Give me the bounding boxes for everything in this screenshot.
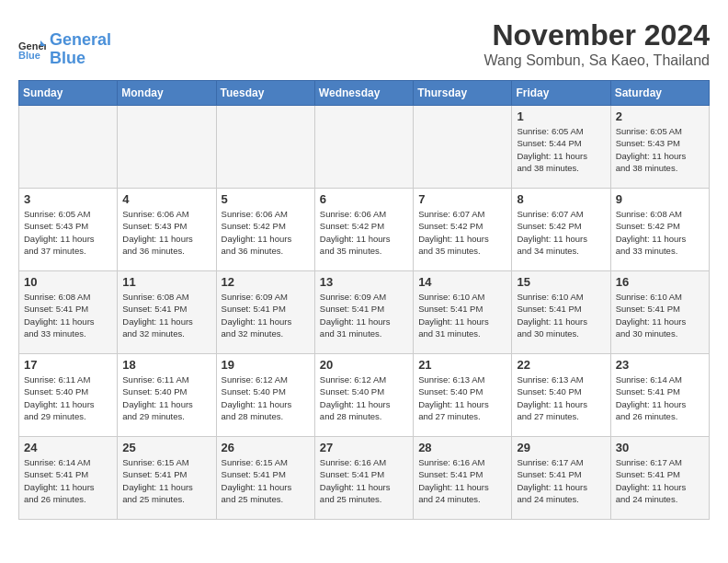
day-number: 4 [122,192,210,206]
day-info: Sunrise: 6:07 AM Sunset: 5:42 PM Dayligh… [517,208,605,257]
day-number: 29 [517,441,605,454]
day-info: Sunrise: 6:09 AM Sunset: 5:41 PM Dayligh… [222,291,310,339]
day-cell: 6Sunrise: 6:06 AM Sunset: 5:42 PM Daylig… [314,189,413,271]
day-info: Sunrise: 6:14 AM Sunset: 5:41 PM Dayligh… [24,456,112,505]
day-info: Sunrise: 6:07 AM Sunset: 5:42 PM Dayligh… [418,208,506,257]
day-cell: 10Sunrise: 6:08 AM Sunset: 5:41 PM Dayli… [19,271,118,354]
day-number: 30 [616,441,704,454]
day-info: Sunrise: 6:05 AM Sunset: 5:43 PM Dayligh… [24,208,112,257]
day-cell: 23Sunrise: 6:14 AM Sunset: 5:41 PM Dayli… [610,354,709,437]
day-number: 20 [320,358,408,372]
day-info: Sunrise: 6:16 AM Sunset: 5:41 PM Dayligh… [418,456,506,505]
day-cell: 18Sunrise: 6:11 AM Sunset: 5:40 PM Dayli… [118,354,216,437]
day-number: 10 [24,275,112,289]
calendar-table: SundayMondayTuesdayWednesdayThursdayFrid… [18,80,710,520]
day-cell [414,106,512,189]
day-number: 9 [616,192,704,206]
day-info: Sunrise: 6:10 AM Sunset: 5:41 PM Dayligh… [616,291,704,339]
day-number: 19 [222,358,310,372]
day-cell: 29Sunrise: 6:17 AM Sunset: 5:41 PM Dayli… [512,437,610,520]
day-info: Sunrise: 6:11 AM Sunset: 5:40 PM Dayligh… [24,373,112,422]
day-info: Sunrise: 6:06 AM Sunset: 5:42 PM Dayligh… [320,208,408,257]
logo-line2: Blue [50,49,85,67]
day-cell [216,106,314,189]
logo-icon: General Blue [18,39,46,61]
location-title: Wang Sombun, Sa Kaeo, Thailand [484,52,711,69]
week-row-2: 3Sunrise: 6:05 AM Sunset: 5:43 PM Daylig… [19,189,710,271]
day-cell: 24Sunrise: 6:14 AM Sunset: 5:41 PM Dayli… [19,437,118,520]
day-number: 7 [418,192,506,206]
logo-line1: General [50,30,111,49]
day-info: Sunrise: 6:17 AM Sunset: 5:41 PM Dayligh… [616,456,704,505]
day-cell: 22Sunrise: 6:13 AM Sunset: 5:40 PM Dayli… [512,354,610,437]
week-row-3: 10Sunrise: 6:08 AM Sunset: 5:41 PM Dayli… [19,271,710,354]
header-sunday: Sunday [19,81,118,106]
day-cell [19,106,118,189]
day-cell: 21Sunrise: 6:13 AM Sunset: 5:40 PM Dayli… [414,354,512,437]
logo-text: General Blue [50,31,111,68]
day-info: Sunrise: 6:12 AM Sunset: 5:40 PM Dayligh… [222,373,310,422]
day-cell: 2Sunrise: 6:05 AM Sunset: 5:43 PM Daylig… [610,106,709,189]
day-info: Sunrise: 6:10 AM Sunset: 5:41 PM Dayligh… [517,291,605,339]
day-cell: 7Sunrise: 6:07 AM Sunset: 5:42 PM Daylig… [414,189,512,271]
day-number: 23 [616,358,704,372]
day-info: Sunrise: 6:10 AM Sunset: 5:41 PM Dayligh… [418,291,506,339]
header-monday: Monday [118,81,216,106]
day-number: 17 [24,358,112,372]
day-cell: 19Sunrise: 6:12 AM Sunset: 5:40 PM Dayli… [216,354,314,437]
day-number: 6 [320,192,408,206]
day-number: 15 [517,275,605,289]
day-number: 5 [222,192,310,206]
header-wednesday: Wednesday [314,81,413,106]
day-info: Sunrise: 6:13 AM Sunset: 5:40 PM Dayligh… [418,373,506,422]
day-number: 8 [517,192,605,206]
day-cell [118,106,216,189]
day-number: 24 [24,441,112,454]
day-info: Sunrise: 6:09 AM Sunset: 5:41 PM Dayligh… [320,291,408,339]
day-cell: 14Sunrise: 6:10 AM Sunset: 5:41 PM Dayli… [414,271,512,354]
week-row-1: 1Sunrise: 6:05 AM Sunset: 5:44 PM Daylig… [19,106,710,189]
day-cell: 13Sunrise: 6:09 AM Sunset: 5:41 PM Dayli… [314,271,413,354]
day-info: Sunrise: 6:12 AM Sunset: 5:40 PM Dayligh… [320,373,408,422]
day-cell: 20Sunrise: 6:12 AM Sunset: 5:40 PM Dayli… [314,354,413,437]
day-info: Sunrise: 6:08 AM Sunset: 5:41 PM Dayligh… [122,291,210,339]
day-cell: 16Sunrise: 6:10 AM Sunset: 5:41 PM Dayli… [610,271,709,354]
header-saturday: Saturday [610,81,709,106]
day-cell [314,106,413,189]
day-info: Sunrise: 6:11 AM Sunset: 5:40 PM Dayligh… [122,373,210,422]
day-cell: 9Sunrise: 6:08 AM Sunset: 5:42 PM Daylig… [610,189,709,271]
day-number: 28 [418,441,506,454]
day-number: 1 [517,109,605,123]
title-section: November 2024 Wang Sombun, Sa Kaeo, Thai… [484,18,711,69]
day-cell: 15Sunrise: 6:10 AM Sunset: 5:41 PM Dayli… [512,271,610,354]
day-info: Sunrise: 6:08 AM Sunset: 5:42 PM Dayligh… [616,208,704,257]
day-cell: 3Sunrise: 6:05 AM Sunset: 5:43 PM Daylig… [19,189,118,271]
day-cell: 25Sunrise: 6:15 AM Sunset: 5:41 PM Dayli… [118,437,216,520]
day-cell: 11Sunrise: 6:08 AM Sunset: 5:41 PM Dayli… [118,271,216,354]
day-cell: 30Sunrise: 6:17 AM Sunset: 5:41 PM Dayli… [610,437,709,520]
calendar-body: 1Sunrise: 6:05 AM Sunset: 5:44 PM Daylig… [19,106,710,520]
day-number: 12 [222,275,310,289]
day-info: Sunrise: 6:15 AM Sunset: 5:41 PM Dayligh… [222,456,310,505]
day-number: 27 [320,441,408,454]
day-info: Sunrise: 6:06 AM Sunset: 5:43 PM Dayligh… [122,208,210,257]
day-number: 11 [122,275,210,289]
svg-text:Blue: Blue [18,50,40,61]
day-number: 22 [517,358,605,372]
day-cell: 26Sunrise: 6:15 AM Sunset: 5:41 PM Dayli… [216,437,314,520]
top-bar: General Blue General Blue November 2024 … [18,18,710,73]
day-cell: 4Sunrise: 6:06 AM Sunset: 5:43 PM Daylig… [118,189,216,271]
day-number: 21 [418,358,506,372]
header-friday: Friday [512,81,610,106]
day-info: Sunrise: 6:14 AM Sunset: 5:41 PM Dayligh… [616,373,704,422]
day-info: Sunrise: 6:17 AM Sunset: 5:41 PM Dayligh… [517,456,605,505]
day-info: Sunrise: 6:06 AM Sunset: 5:42 PM Dayligh… [222,208,310,257]
day-number: 26 [222,441,310,454]
day-info: Sunrise: 6:08 AM Sunset: 5:41 PM Dayligh… [24,291,112,339]
day-cell: 5Sunrise: 6:06 AM Sunset: 5:42 PM Daylig… [216,189,314,271]
day-number: 16 [616,275,704,289]
day-info: Sunrise: 6:16 AM Sunset: 5:41 PM Dayligh… [320,456,408,505]
day-info: Sunrise: 6:05 AM Sunset: 5:43 PM Dayligh… [616,125,704,174]
day-number: 18 [122,358,210,372]
day-cell: 12Sunrise: 6:09 AM Sunset: 5:41 PM Dayli… [216,271,314,354]
